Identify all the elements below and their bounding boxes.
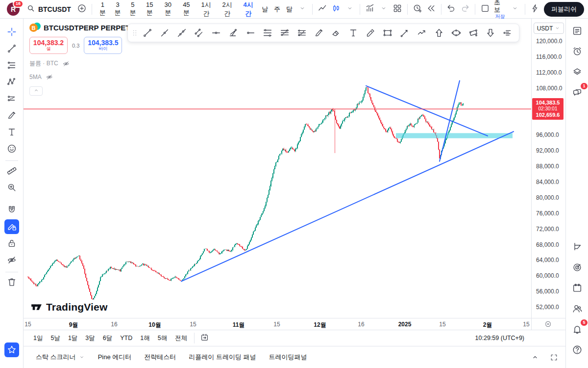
quick-search-button[interactable] [528,2,542,16]
layout-templates-button[interactable] [391,2,404,16]
forecast-tools-tool[interactable] [4,91,19,106]
float-trend-line[interactable] [139,26,156,40]
sidebar-chat[interactable]: 1 [570,85,585,100]
undo-button[interactable] [444,2,458,16]
float-rectangle[interactable] [379,26,396,40]
clock-utc[interactable]: 10:29:59 (UTC+9) [475,335,524,342]
sidebar-notifications[interactable]: 5 [570,322,585,337]
axis-settings-icon[interactable] [544,320,552,330]
sidebar-calendar[interactable] [570,281,585,295]
save-layout-button[interactable]: 초보 저장 [492,0,508,19]
zoom-in-tool[interactable] [4,180,19,195]
float-horizontal-line[interactable] [207,26,224,40]
chart-type-dropdown[interactable] [343,2,357,16]
range-YTD[interactable]: YTD [116,333,136,343]
float-brush[interactable] [310,26,327,40]
float-fixed-range-volume-profile[interactable] [499,26,516,40]
time-axis[interactable]: 159월1610월1511월1512월162025152월15 [24,318,565,330]
timeframe-2시간[interactable]: 2시간 [217,0,238,20]
symbol-title[interactable]: B BTCUSDTPERP PERPETUAL M [29,23,128,32]
sidebar-community[interactable] [570,301,585,316]
range-6달[interactable]: 6달 [99,332,116,344]
range-1일[interactable]: 1일 [29,332,47,344]
trend-line-tools-tool[interactable] [4,41,19,56]
float-ray[interactable] [156,26,173,40]
panel-tab[interactable]: 전략테스터 [138,349,182,366]
timeframe-dropdown[interactable] [295,2,309,16]
timeframe-15분[interactable]: 15분 [140,0,159,19]
timeframe-3분[interactable]: 3분 [110,0,125,19]
sidebar-help[interactable] [570,342,585,357]
candles-chart-type-button[interactable] [329,2,343,16]
publish-button[interactable]: 퍼블리쉬 [544,2,584,17]
chart-area[interactable]: B BTCUSDTPERP PERPETUAL M 104,383.2 셀 0.… [24,19,565,318]
float-extended-line[interactable] [173,26,190,40]
float-highlighter[interactable] [362,26,379,40]
float-parallel-channel[interactable] [190,26,207,40]
redo-button[interactable] [458,2,472,16]
panel-tab[interactable]: 리플레이 트레이딩 패널 [182,349,262,366]
panel-tab[interactable]: 트레이딩패널 [263,349,314,366]
float-trend-fan[interactable] [224,26,242,40]
float-arrow-mark-up[interactable] [430,26,447,40]
panel-expand-up-button[interactable] [528,350,542,364]
lock-drawings-tool[interactable] [4,236,19,251]
range-3달[interactable]: 3달 [81,332,98,344]
indicators-dropdown[interactable] [377,2,391,16]
panel-tab[interactable]: Pine 에디터 [92,349,138,366]
select-layout-button[interactable] [478,2,492,16]
price-scale[interactable]: USDT 120,000.0116,000.0112,000.0108,000.… [531,19,565,318]
sidebar-data-window[interactable] [570,239,585,254]
float-fib-retracement[interactable] [259,26,276,40]
float-drag-handle[interactable] [131,26,139,40]
pattern-tools-tool[interactable] [4,75,19,89]
timeframe-1시간[interactable]: 1시간 [196,0,217,20]
timeframe-달[interactable]: 달 [283,3,295,16]
range-5날[interactable]: 5날 [47,332,64,344]
symbol-search-button[interactable]: BTCUSDT [23,2,75,16]
timeframe-5분[interactable]: 5분 [125,0,141,19]
brush-tools-tool[interactable] [4,108,19,123]
timeframe-30분[interactable]: 30분 [159,0,177,19]
float-eraser[interactable] [327,26,344,40]
currency-toggle[interactable]: USDT [534,23,564,34]
float-fib-channel[interactable] [276,26,293,40]
emoji-tools-tool[interactable] [4,141,19,156]
float-ellipse[interactable] [447,26,465,40]
user-avatar[interactable]: R 16 [7,2,20,16]
create-alert-button[interactable] [411,2,424,16]
favorite-tools-tool[interactable] [4,342,19,357]
sidebar-ideas[interactable] [570,260,585,275]
stay-in-drawing-mode-tool[interactable] [4,219,19,234]
magnet-mode-tool[interactable] [4,203,19,217]
sidebar-alerts[interactable] [570,44,585,59]
measure-tool[interactable] [4,163,19,178]
timeframe-4시간[interactable]: 4시간 [238,0,259,20]
float-horizontal-ray[interactable] [242,26,259,40]
eye-hidden-icon[interactable] [46,73,53,81]
legend-collapse-button[interactable] [29,86,43,96]
text-tools-tool[interactable] [4,125,19,139]
panel-fullscreen-button[interactable] [547,350,561,364]
hide-drawings-tool[interactable] [4,253,19,267]
remove-drawings-tool[interactable] [4,275,19,289]
float-arrow[interactable] [396,26,413,40]
compare-add-symbol-button[interactable] [75,2,89,16]
save-layout-dropdown[interactable] [508,2,522,16]
go-to-date-button[interactable] [197,331,211,345]
sidebar-watchlist[interactable] [570,24,585,38]
range-5해[interactable]: 5해 [154,332,171,344]
range-1해[interactable]: 1해 [136,332,153,344]
buy-button[interactable]: 104,383.5 바이 [84,37,122,54]
sell-button[interactable]: 104,383.2 셀 [29,37,68,54]
indicators-button[interactable] [363,2,377,16]
float-rotated-rectangle[interactable] [465,26,482,40]
timeframe-1분[interactable]: 1분 [95,0,110,19]
sidebar-hotlists[interactable] [570,65,585,79]
float-text[interactable] [344,26,362,40]
panel-tab[interactable]: 스탁 스크리너 [29,349,92,366]
eye-hidden-icon[interactable] [62,60,70,68]
timeframe-45분[interactable]: 45분 [177,0,196,19]
timeframe-날[interactable]: 날 [259,3,271,16]
bar-replay-button[interactable] [424,2,438,16]
